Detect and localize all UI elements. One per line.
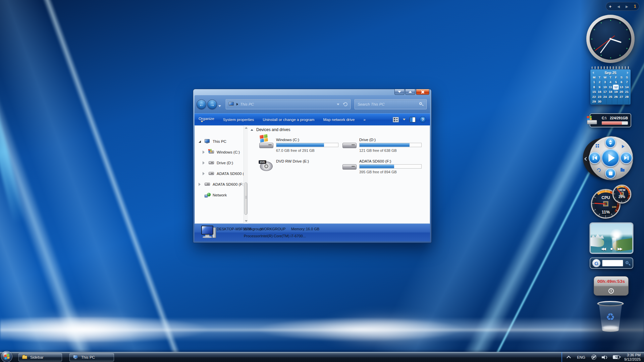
tree-item-network[interactable]: Network — [195, 190, 244, 200]
calendar-date[interactable]: 30 — [597, 99, 602, 104]
calendar-date[interactable]: 1 — [591, 80, 597, 85]
toolbar-system-properties[interactable]: System properties — [223, 118, 254, 122]
scrollbar[interactable] — [244, 125, 248, 224]
slideshow-gadget[interactable]: ◀◀ ■ ▶▶ — [590, 223, 633, 254]
hidden-icons-chevron[interactable] — [567, 356, 571, 359]
timer-gadget[interactable]: 00h:49m:53s — [594, 276, 629, 296]
forward-button[interactable]: → — [207, 100, 217, 109]
calendar-date[interactable]: 13 — [619, 85, 624, 90]
calendar-date[interactable]: 7 — [624, 80, 630, 85]
calendar-date[interactable]: 28 — [624, 95, 630, 100]
search-icon[interactable] — [625, 260, 631, 266]
back-button[interactable]: ← — [197, 100, 206, 109]
calendar-date[interactable]: 26 — [613, 95, 619, 100]
tree-item-windows-c[interactable]: Windows (C:) — [195, 147, 244, 158]
calendar-date[interactable]: 5 — [613, 80, 619, 85]
search-icon[interactable] — [419, 102, 424, 107]
taskbar-item-sidebar[interactable]: Sidebar — [18, 353, 62, 361]
calendar-date[interactable]: 27 — [619, 95, 624, 100]
tree-item-drive-d[interactable]: Drive (D:) — [195, 158, 244, 168]
drive-tile-dvd-e[interactable]: DVD DVD RW Drive (E:) — [259, 159, 342, 178]
volume-icon[interactable] — [602, 355, 607, 360]
calendar-date[interactable]: 10 — [602, 85, 608, 90]
volume-updown-button[interactable] — [605, 137, 616, 148]
calendar-date-selected[interactable]: 12 — [613, 85, 619, 90]
taskbar-clock[interactable]: 3:36 PM 9/12/2025 — [624, 353, 641, 362]
search-engine-logo[interactable]: G — [592, 259, 600, 267]
calendar-date[interactable]: 17 — [602, 89, 608, 95]
search-gadget-input[interactable] — [602, 260, 623, 266]
calendar-date[interactable]: 3 — [602, 80, 608, 85]
calendar-next-icon[interactable] — [627, 71, 629, 74]
calendar-date[interactable]: 18 — [608, 89, 613, 95]
calendar-gadget[interactable]: Sep 25 MTWTFSS 1234567891011121314151617… — [590, 66, 631, 105]
close-button[interactable] — [416, 89, 429, 95]
recent-pages-dropdown[interactable] — [218, 105, 221, 107]
calendar-date[interactable]: 20 — [619, 89, 624, 95]
play-button[interactable] — [601, 149, 620, 167]
drive-tile-adata-f[interactable]: ADATA SD600 (F:) 395 GB free of 894 GB — [342, 159, 425, 178]
drive-tile-drive-d[interactable]: Drive (D:) 121 GB free of 638 GB — [342, 137, 425, 157]
previous-track-button[interactable] — [589, 152, 601, 164]
windows-grid-icon[interactable] — [596, 144, 597, 145]
toolbar-organize[interactable]: Organize — [199, 117, 214, 122]
calendar-date[interactable]: 6 — [619, 80, 624, 85]
calendar-date[interactable]: 9 — [597, 85, 602, 90]
start-button[interactable] — [1, 351, 12, 362]
calendar-prev-icon[interactable] — [592, 71, 594, 74]
tree-item-this-pc[interactable]: This PC — [195, 136, 244, 147]
calendar-date[interactable]: 25 — [608, 95, 613, 100]
clock-gadget[interactable] — [586, 15, 635, 63]
slideshow-next-icon[interactable]: ▶▶ — [618, 247, 622, 251]
calendar-date[interactable]: 11 — [608, 85, 613, 90]
calendar-date[interactable]: 23 — [597, 95, 602, 100]
calendar-date[interactable]: 21 — [624, 89, 630, 95]
search-box[interactable]: Search This PC — [355, 99, 427, 109]
calendar-date[interactable]: 14 — [624, 85, 630, 90]
calendar-date[interactable]: 15 — [591, 89, 597, 95]
media-folder-icon[interactable] — [621, 169, 625, 172]
drive-meter-gadget[interactable]: C:\ 224/291GB — [590, 113, 631, 127]
toolbar-uninstall-program[interactable]: Uninstall or change a program — [263, 118, 314, 122]
minimize-button[interactable] — [394, 89, 405, 95]
views-icon[interactable] — [393, 117, 399, 122]
refresh-icon[interactable] — [343, 102, 347, 106]
maximize-button[interactable] — [405, 89, 415, 95]
recycle-bin[interactable]: ♻ — [597, 301, 624, 331]
next-track-button[interactable] — [620, 152, 632, 164]
address-bar[interactable]: This PC — [226, 99, 351, 109]
tree-item-adata-sd600[interactable]: ADATA SD600 (F:) — [195, 168, 244, 179]
network-no-internet-icon[interactable] — [591, 355, 596, 360]
battery-icon[interactable] — [613, 355, 620, 359]
scroll-down-icon[interactable] — [245, 220, 248, 222]
add-gadget-button[interactable]: + — [609, 4, 612, 9]
taskbar-item-this-pc[interactable]: This PC — [69, 353, 114, 361]
calendar-date[interactable]: 19 — [613, 89, 619, 95]
language-indicator[interactable]: ENG — [577, 355, 585, 359]
pager-next-icon[interactable]: ▶ — [626, 5, 628, 8]
open-player-icon[interactable] — [622, 145, 625, 148]
toolbar-overflow-chevron[interactable]: » — [363, 118, 365, 122]
stop-button[interactable] — [605, 168, 616, 179]
address-dropdown-icon[interactable] — [337, 104, 339, 105]
toolbar-map-network-drive[interactable]: Map network drive — [323, 118, 355, 122]
calendar-date[interactable]: 24 — [602, 95, 608, 100]
help-button[interactable]: ? — [420, 116, 426, 123]
views-dropdown-icon[interactable] — [403, 119, 406, 120]
calendar-date[interactable]: 2 — [597, 80, 602, 85]
slideshow-stop-icon[interactable]: ■ — [610, 247, 613, 251]
calendar-date[interactable]: 4 — [608, 80, 613, 85]
calendar-date[interactable]: 29 — [591, 99, 597, 104]
power-icon[interactable] — [608, 288, 614, 294]
preview-pane-icon[interactable] — [410, 117, 416, 122]
group-header-devices-and-drives[interactable]: Devices and drives — [251, 127, 430, 132]
pager-prev-icon[interactable]: ◀ — [617, 5, 620, 8]
calendar-date[interactable]: 22 — [591, 95, 597, 100]
scrollbar-thumb[interactable] — [244, 182, 248, 215]
calendar-date[interactable]: 16 — [597, 89, 602, 95]
memory-gauge[interactable]: MEM 29% — [612, 185, 631, 203]
drive-tile-windows-c[interactable]: Windows (C:) 67.0 GB free of 291 GB — [259, 137, 342, 157]
tree-item-adata-sd600-f[interactable]: ADATA SD600 (F:) — [195, 179, 244, 190]
scroll-up-icon[interactable] — [245, 127, 248, 129]
slideshow-prev-icon[interactable]: ◀◀ — [601, 247, 605, 251]
